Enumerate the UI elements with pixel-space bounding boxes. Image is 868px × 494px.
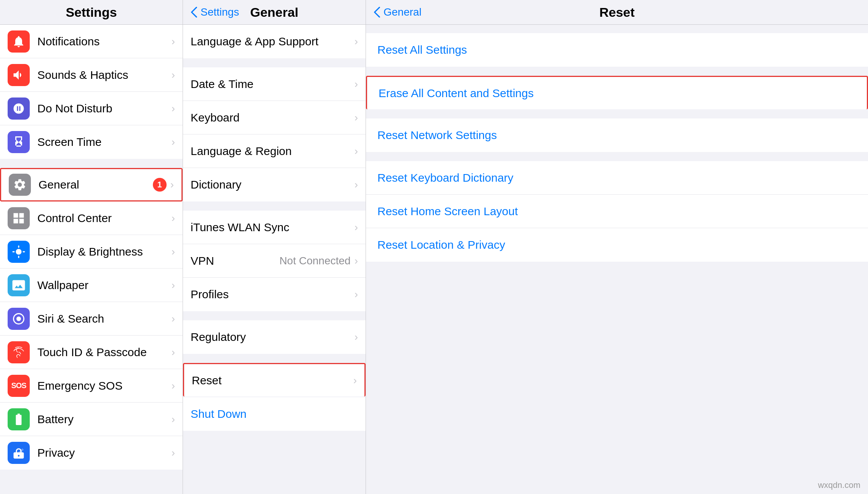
- general-item-regulatory[interactable]: Regulatory ›: [183, 320, 366, 354]
- controlcenter-chevron: ›: [172, 212, 175, 224]
- sidebar-item-display[interactable]: Display & Brightness ›: [0, 235, 183, 269]
- general-group-shutdown: Shut Down: [183, 397, 366, 431]
- controlcenter-label: Control Center: [37, 212, 172, 225]
- sos-text: SOS: [11, 381, 26, 390]
- reset-group-4: Reset Keyboard Dictionary Reset Home Scr…: [366, 161, 868, 262]
- general-item-partial[interactable]: Language & App Support ›: [183, 25, 366, 58]
- general-group-1: Date & Time › Keyboard › Language & Regi…: [183, 67, 366, 201]
- sidebar-item-wallpaper[interactable]: Wallpaper ›: [0, 269, 183, 302]
- reset-item-network[interactable]: Reset Network Settings: [366, 118, 868, 152]
- notifications-label: Notifications: [37, 35, 172, 48]
- general-back-label: Settings: [201, 6, 239, 18]
- general-item-shutdown[interactable]: Shut Down: [183, 397, 366, 431]
- sounds-icon: [8, 64, 30, 86]
- general-item-ituneswlan[interactable]: iTunes WLAN Sync ›: [183, 211, 366, 244]
- display-chevron: ›: [172, 246, 175, 258]
- touchid-chevron: ›: [172, 346, 175, 358]
- reset-back-button[interactable]: General: [374, 6, 422, 18]
- resetnetwork-label: Reset Network Settings: [377, 129, 497, 142]
- general-item-languageregion[interactable]: Language & Region ›: [183, 134, 366, 168]
- emergencysos-chevron: ›: [172, 380, 175, 392]
- datetime-chevron: ›: [355, 78, 358, 90]
- siri-label: Siri & Search: [37, 312, 172, 325]
- wallpaper-chevron: ›: [172, 279, 175, 291]
- sidebar-item-privacy[interactable]: Privacy ›: [0, 436, 183, 470]
- reset-item-homescreen[interactable]: Reset Home Screen Layout: [366, 195, 868, 228]
- shutdown-label: Shut Down: [191, 408, 358, 420]
- battery-label: Battery: [37, 413, 172, 426]
- wallpaper-icon: [8, 274, 30, 296]
- notifications-chevron: ›: [172, 35, 175, 48]
- general-badge: 1: [153, 178, 167, 192]
- touchid-label: Touch ID & Passcode: [37, 346, 172, 359]
- watermark: wxqdn.com: [818, 480, 860, 490]
- reset-back-label: General: [383, 6, 422, 18]
- regulatory-chevron: ›: [355, 331, 358, 343]
- general-divider-1: [183, 202, 366, 211]
- resethomescreen-label: Reset Home Screen Layout: [377, 205, 518, 218]
- keyboard-label: Keyboard: [191, 111, 355, 124]
- emergencysos-icon: SOS: [8, 375, 30, 397]
- general-item-dictionary[interactable]: Dictionary ›: [183, 168, 366, 201]
- settings-column: Settings Notifications ›: [0, 0, 183, 494]
- reset-group-2: Erase All Content and Settings: [366, 76, 868, 109]
- ituneswlan-label: iTunes WLAN Sync: [191, 221, 355, 234]
- general-item-reset[interactable]: Reset ›: [183, 363, 366, 396]
- sidebar-item-battery[interactable]: Battery ›: [0, 403, 183, 436]
- sidebar-item-sounds[interactable]: Sounds & Haptics ›: [0, 58, 183, 92]
- general-back-button[interactable]: Settings: [191, 6, 239, 18]
- general-group-2: iTunes WLAN Sync › VPN Not Connected › P…: [183, 211, 366, 311]
- sidebar-item-touchid[interactable]: Touch ID & Passcode ›: [0, 336, 183, 369]
- regulatory-label: Regulatory: [191, 331, 355, 344]
- privacy-chevron: ›: [172, 447, 175, 459]
- sounds-label: Sounds & Haptics: [37, 69, 172, 82]
- sidebar-item-controlcenter[interactable]: Control Center ›: [0, 201, 183, 235]
- privacy-icon: [8, 442, 30, 464]
- general-icon: [9, 174, 31, 196]
- battery-icon: [8, 408, 30, 430]
- profiles-chevron: ›: [355, 288, 358, 301]
- sidebar-item-screentime[interactable]: Screen Time ›: [0, 125, 183, 159]
- reset-item-location[interactable]: Reset Location & Privacy: [366, 228, 868, 262]
- notifications-icon: [8, 30, 30, 53]
- general-divider-3: [183, 355, 366, 363]
- donotdisturb-label: Do Not Disturb: [37, 102, 172, 115]
- settings-title: Settings: [66, 5, 117, 20]
- settings-scroll[interactable]: Notifications › Sounds & Haptics ›: [0, 25, 183, 494]
- touchid-icon: [8, 341, 30, 363]
- sidebar-item-notifications[interactable]: Notifications ›: [0, 25, 183, 58]
- general-item-vpn[interactable]: VPN Not Connected ›: [183, 244, 366, 278]
- display-label: Display & Brightness: [37, 245, 172, 258]
- sounds-chevron: ›: [172, 69, 175, 81]
- main-container: Settings Notifications ›: [0, 0, 868, 494]
- resetlocation-label: Reset Location & Privacy: [377, 238, 505, 251]
- general-item-datetime[interactable]: Date & Time ›: [183, 67, 366, 101]
- sidebar-item-donotdisturb[interactable]: Do Not Disturb ›: [0, 92, 183, 125]
- donotdisturb-chevron: ›: [172, 102, 175, 115]
- reset-item-eraseall[interactable]: Erase All Content and Settings: [366, 76, 868, 109]
- profiles-label: Profiles: [191, 288, 355, 301]
- reset-divider-top: [366, 25, 868, 33]
- screentime-chevron: ›: [172, 136, 175, 148]
- reset-item-allsettings[interactable]: Reset All Settings: [366, 33, 868, 67]
- reset-divider-4: [366, 262, 868, 339]
- general-partial-chevron: ›: [355, 35, 358, 48]
- general-chevron: ›: [170, 179, 174, 191]
- vpn-label: VPN: [191, 254, 279, 267]
- siri-icon: [8, 308, 30, 330]
- settings-group-1: Notifications › Sounds & Haptics ›: [0, 25, 183, 159]
- sidebar-item-emergencysos[interactable]: SOS Emergency SOS ›: [0, 369, 183, 403]
- general-scroll[interactable]: Language & App Support › Date & Time › K…: [183, 25, 366, 494]
- general-item-profiles[interactable]: Profiles ›: [183, 278, 366, 311]
- vpn-chevron: ›: [355, 255, 358, 267]
- settings-group-2: General 1 › Control Center ›: [0, 168, 183, 470]
- sidebar-item-siri[interactable]: Siri & Search ›: [0, 302, 183, 336]
- reset-item-keyboard[interactable]: Reset Keyboard Dictionary: [366, 161, 868, 195]
- resetkeyboard-label: Reset Keyboard Dictionary: [377, 171, 513, 184]
- general-partial-label: Language & App Support: [191, 35, 355, 48]
- general-item-keyboard[interactable]: Keyboard ›: [183, 101, 366, 134]
- sidebar-item-general[interactable]: General 1 ›: [0, 168, 183, 201]
- siri-chevron: ›: [172, 313, 175, 325]
- svg-point-1: [16, 317, 21, 321]
- reset-scroll[interactable]: Reset All Settings Erase All Content and…: [366, 25, 868, 494]
